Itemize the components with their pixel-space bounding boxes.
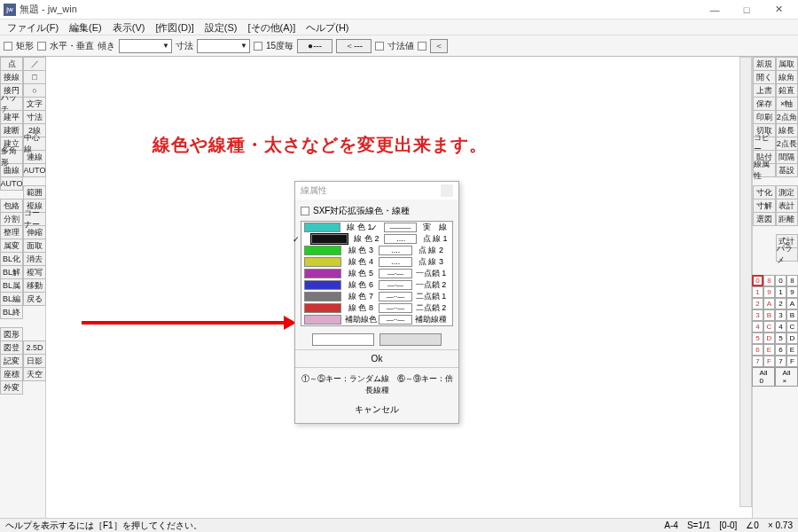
tool-選図[interactable]: 選図 [753, 212, 776, 226]
layergrp-E[interactable]: E [786, 344, 798, 356]
tool-新規[interactable]: 新規 [753, 57, 776, 71]
tool-線長[interactable]: 線長 [776, 123, 799, 137]
tool-鉛直[interactable]: 鉛直 [776, 83, 799, 98]
layer-E[interactable]: E [763, 344, 775, 356]
tool-文字[interactable]: 文字 [23, 97, 46, 111]
tool-寸法[interactable]: 寸法 [23, 110, 46, 124]
tool-消去[interactable]: 消去 [23, 252, 46, 266]
tool-移動[interactable]: 移動 [23, 278, 46, 293]
layergrp-8[interactable]: 8 [786, 275, 798, 286]
tool-寸化[interactable]: 寸化 [753, 185, 776, 200]
circle-mode-button[interactable]: ●--- [297, 39, 332, 53]
tool-属取[interactable]: 属取 [776, 57, 799, 71]
tool-外変[interactable]: 外変 [0, 380, 23, 395]
layergrp-D[interactable]: D [786, 332, 798, 344]
tool-面取[interactable]: 面取 [23, 239, 46, 253]
layer-5[interactable]: 5 [752, 332, 763, 344]
layer-6[interactable]: 6 [752, 344, 763, 356]
angle-button[interactable]: ＜ [430, 39, 448, 53]
tool-天空[interactable]: 天空 [23, 367, 46, 381]
color-swatch-7[interactable] [304, 292, 341, 301]
tool-ハッチ[interactable]: ハッチ [0, 97, 23, 111]
linetype-swatch-2[interactable]: ‥‥ [384, 234, 417, 244]
tool-2.5D[interactable]: 2.5D [23, 340, 46, 355]
dimval-checkbox[interactable] [375, 42, 384, 51]
layergrp-4[interactable]: 4 [775, 321, 786, 332]
slope-dropdown[interactable]: ▼ [119, 39, 172, 53]
menu-item[interactable]: 編集(E) [64, 20, 107, 35]
menu-item[interactable]: ヘルプ(H) [301, 20, 354, 35]
linetype-swatch-6[interactable]: —·— [379, 280, 412, 290]
dialog-close-button[interactable] [441, 184, 453, 197]
ok-button[interactable]: Ok [372, 354, 383, 364]
tool-開く[interactable]: 開く [753, 70, 776, 84]
tool-複写[interactable]: 複写 [23, 265, 46, 279]
tool-日影[interactable]: 日影 [23, 354, 46, 368]
sample-line-white[interactable] [312, 333, 374, 346]
color-swatch-8[interactable] [304, 303, 341, 313]
tool-2点長[interactable]: 2点長 [776, 137, 799, 151]
tool-BL終[interactable]: BL終 [0, 305, 23, 319]
layergrp-A[interactable]: A [786, 298, 798, 309]
color-swatch-6[interactable] [304, 280, 341, 290]
linetype-swatch-4[interactable]: ‥‥ [379, 257, 412, 267]
tool-／[interactable]: ／ [23, 57, 46, 71]
layer-all-right[interactable]: All× [775, 367, 798, 387]
menu-item[interactable]: 設定(S) [200, 20, 243, 35]
tool-AUTO[interactable]: AUTO [23, 163, 46, 177]
layer-0[interactable]: 0 [752, 275, 763, 286]
layer-9[interactable]: 9 [763, 286, 775, 298]
layer-7[interactable]: 7 [752, 356, 763, 367]
menu-item[interactable]: [その他(A)] [242, 20, 301, 35]
tool-印刷[interactable]: 印刷 [753, 110, 776, 124]
tool-□[interactable]: □ [23, 70, 46, 84]
color-swatch-2[interactable] [311, 234, 348, 244]
tool-AUTO[interactable]: AUTO [0, 176, 23, 191]
linetype-swatch-9[interactable]: —··— [379, 315, 412, 325]
deg15-checkbox[interactable] [254, 42, 262, 51]
dim-dropdown[interactable]: ▼ [197, 39, 250, 53]
tool-座標[interactable]: 座標 [0, 367, 23, 381]
tool-線属性[interactable]: 線属性 [753, 163, 776, 177]
tool-×軸[interactable]: ×軸 [776, 97, 799, 111]
drawing-canvas[interactable]: 線色や線種・太さなどを変更出来ます。 線属性 SXF対応拡張線色・線種 線 色 … [46, 57, 752, 530]
tool-測定[interactable]: 測定 [776, 185, 799, 200]
layergrp-7[interactable]: 7 [775, 356, 786, 367]
tool-保存[interactable]: 保存 [753, 97, 776, 111]
layergrp-6[interactable]: 6 [775, 344, 786, 356]
tool-コーナー[interactable]: コーナー [23, 212, 46, 226]
layergrp-2[interactable]: 2 [775, 298, 786, 309]
linetype-swatch-8[interactable]: —··— [379, 303, 412, 313]
color-swatch-9[interactable] [304, 315, 341, 325]
tool-点[interactable]: 点 [0, 57, 23, 71]
tool-接線[interactable]: 接線 [0, 70, 23, 84]
layer-4[interactable]: 4 [752, 321, 763, 332]
layer-B[interactable]: B [763, 309, 775, 321]
close-button[interactable]: ✕ [763, 1, 794, 19]
layer-D[interactable]: D [763, 332, 775, 344]
layer-1[interactable]: 1 [752, 286, 763, 298]
linetype-swatch-7[interactable]: —··— [379, 292, 412, 301]
layer-F[interactable]: F [763, 356, 775, 367]
tool-建断[interactable]: 建断 [0, 123, 23, 137]
arrow-mode-button[interactable]: ＜--- [336, 39, 372, 53]
tool-線角[interactable]: 線角 [776, 70, 799, 84]
linetype-swatch-3[interactable]: ‥‥ [379, 246, 412, 255]
layer-C[interactable]: C [763, 321, 775, 332]
layergrp-0[interactable]: 0 [775, 275, 786, 286]
vertical-scrollbar[interactable] [739, 57, 752, 507]
sxf-checkbox[interactable] [301, 207, 309, 215]
tool-上書[interactable]: 上書 [753, 83, 776, 98]
tool-距離[interactable]: 距離 [776, 212, 799, 226]
tool-範囲[interactable]: 範囲 [23, 185, 46, 200]
color-swatch-1[interactable] [304, 223, 340, 232]
tool-戻る[interactable]: 戻る [23, 292, 46, 306]
tool-○[interactable]: ○ [23, 83, 46, 98]
layergrp-B[interactable]: B [786, 309, 798, 321]
extra-checkbox[interactable] [418, 42, 426, 51]
layergrp-5[interactable]: 5 [775, 332, 786, 344]
rect-checkbox[interactable] [4, 42, 12, 51]
tool-コピー[interactable]: コピー [753, 137, 776, 151]
layergrp-3[interactable]: 3 [775, 309, 786, 321]
color-swatch-4[interactable] [304, 257, 341, 267]
